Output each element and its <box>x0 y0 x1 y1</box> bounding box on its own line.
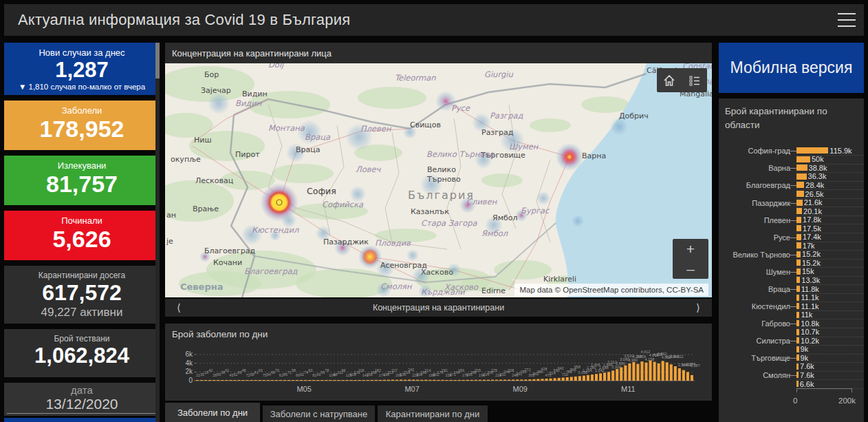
daily-bar[interactable] <box>541 379 543 381</box>
daily-bar[interactable] <box>620 367 622 381</box>
daily-bar[interactable] <box>283 380 286 381</box>
daily-bar[interactable] <box>263 380 265 381</box>
daily-bar[interactable] <box>446 380 448 381</box>
daily-bar[interactable] <box>583 376 585 381</box>
zoom-in-button[interactable]: + <box>673 239 708 259</box>
legend-icon[interactable] <box>687 73 702 88</box>
daily-bar[interactable] <box>229 380 232 381</box>
region-bar[interactable] <box>796 363 799 370</box>
daily-bar[interactable] <box>237 380 240 381</box>
tab-daily-quarantined[interactable]: Карантинирани по дни <box>378 405 488 422</box>
region-bar[interactable] <box>796 200 803 206</box>
daily-bar[interactable] <box>462 380 465 381</box>
daily-bar[interactable] <box>587 375 589 381</box>
daily-bar[interactable] <box>558 378 561 381</box>
daily-bar[interactable] <box>350 380 353 381</box>
daily-bar[interactable] <box>458 380 461 381</box>
daily-bar[interactable] <box>400 380 402 381</box>
home-icon[interactable] <box>662 73 677 88</box>
daily-bar[interactable] <box>296 380 299 381</box>
daily-bar[interactable] <box>395 380 398 381</box>
daily-bar[interactable] <box>213 380 215 381</box>
region-bar[interactable] <box>796 217 801 223</box>
daily-bar[interactable] <box>217 380 219 381</box>
daily-bar[interactable] <box>375 380 378 381</box>
daily-bar[interactable] <box>387 380 390 381</box>
map-canvas[interactable]: БорЗајечарВидинВидинDoljTeleormanGiurgiu… <box>165 63 712 297</box>
daily-bar[interactable] <box>649 361 652 381</box>
daily-bar[interactable] <box>267 380 270 381</box>
daily-bar[interactable] <box>379 380 382 381</box>
daily-bar[interactable] <box>437 380 440 381</box>
daily-bar[interactable] <box>292 380 294 381</box>
daily-bar[interactable] <box>483 380 486 381</box>
daily-bar[interactable] <box>658 363 660 381</box>
daily-bar[interactable] <box>408 379 411 381</box>
daily-bar[interactable] <box>204 380 207 381</box>
region-bar[interactable] <box>796 165 807 171</box>
daily-bar[interactable] <box>603 372 606 381</box>
daily-bar[interactable] <box>354 380 357 381</box>
daily-bar[interactable] <box>424 380 427 381</box>
daily-bar[interactable] <box>337 380 340 381</box>
daily-bar[interactable] <box>312 380 315 381</box>
region-bar[interactable] <box>796 173 807 180</box>
daily-bar[interactable] <box>428 380 431 381</box>
daily-bar[interactable] <box>362 380 365 381</box>
daily-bar[interactable] <box>333 380 336 381</box>
daily-bar[interactable] <box>412 380 415 381</box>
date-slicer[interactable]: дата 13/12/2020 <box>4 383 160 416</box>
region-bar[interactable] <box>796 147 828 154</box>
daily-bar[interactable] <box>233 380 236 381</box>
carousel-prev-button[interactable]: ⟨ <box>165 299 193 317</box>
daily-bar[interactable] <box>686 372 689 381</box>
daily-cases-chart[interactable]: 02k4k6kM05M07M09M11213518422855386145526… <box>165 339 712 396</box>
daily-bar[interactable] <box>259 380 261 381</box>
daily-bar[interactable] <box>670 364 673 381</box>
daily-bar[interactable] <box>666 362 669 381</box>
daily-bar[interactable] <box>341 380 344 381</box>
daily-bar[interactable] <box>316 380 319 381</box>
daily-bar[interactable] <box>574 377 577 381</box>
daily-bar[interactable] <box>246 380 249 381</box>
daily-bar[interactable] <box>554 378 556 381</box>
daily-bar[interactable] <box>433 380 435 381</box>
daily-bar[interactable] <box>640 361 643 381</box>
daily-bar[interactable] <box>470 380 473 381</box>
daily-bar[interactable] <box>254 380 257 381</box>
region-bar[interactable] <box>796 268 801 275</box>
daily-bar[interactable] <box>479 380 481 381</box>
daily-bar[interactable] <box>325 380 327 381</box>
left-scrollbar-thumb[interactable] <box>155 43 160 78</box>
daily-bar[interactable] <box>241 380 244 381</box>
left-scrollbar[interactable] <box>155 43 160 422</box>
carousel-next-button[interactable]: ⟩ <box>684 299 712 317</box>
daily-bar[interactable] <box>308 380 311 381</box>
daily-bar[interactable] <box>499 380 502 381</box>
daily-bar[interactable] <box>329 380 332 381</box>
region-bar[interactable] <box>796 208 802 214</box>
daily-bar[interactable] <box>628 363 631 381</box>
daily-bar[interactable] <box>599 373 602 381</box>
daily-bar[interactable] <box>570 377 573 381</box>
daily-bar[interactable] <box>616 369 618 381</box>
region-bar[interactable] <box>796 182 804 188</box>
daily-bar[interactable] <box>653 362 656 381</box>
daily-bar[interactable] <box>420 380 423 381</box>
region-bar[interactable] <box>796 191 804 197</box>
daily-bar[interactable] <box>279 380 282 381</box>
daily-bar[interactable] <box>200 380 203 381</box>
daily-bar[interactable] <box>611 370 614 381</box>
daily-bar[interactable] <box>271 380 274 381</box>
daily-bar[interactable] <box>450 380 453 381</box>
daily-bar[interactable] <box>441 380 444 381</box>
daily-bar[interactable] <box>466 380 469 381</box>
daily-bar[interactable] <box>287 380 290 381</box>
daily-bar[interactable] <box>383 380 386 381</box>
daily-bar[interactable] <box>371 380 373 381</box>
region-bar[interactable] <box>796 372 799 378</box>
daily-bar[interactable] <box>645 363 648 381</box>
region-bar[interactable] <box>796 260 801 266</box>
daily-bar[interactable] <box>524 379 527 381</box>
daily-bar[interactable] <box>196 380 199 381</box>
